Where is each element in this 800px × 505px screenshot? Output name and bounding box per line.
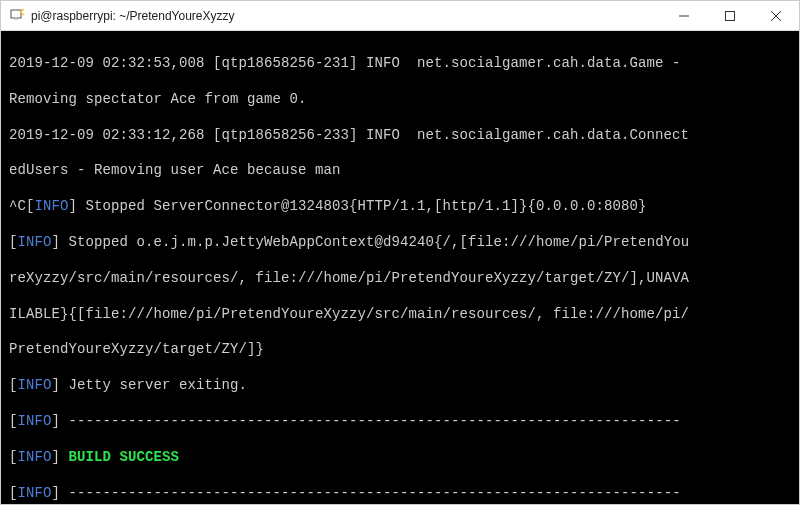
log-line: [INFO] Jetty server exiting. — [9, 377, 791, 395]
window-title: pi@raspberrypi: ~/PretendYoureXyzzy — [31, 9, 661, 23]
log-line: edUsers - Removing user Ace because man — [9, 162, 791, 180]
log-line: PretendYoureXyzzy/target/ZY/]} — [9, 341, 791, 359]
maximize-button[interactable] — [707, 1, 753, 30]
window-controls — [661, 1, 799, 30]
window-titlebar: pi@raspberrypi: ~/PretendYoureXyzzy — [1, 1, 799, 31]
svg-rect-5 — [726, 11, 735, 20]
terminal-area[interactable]: 2019-12-09 02:32:53,008 [qtp18658256-231… — [1, 31, 799, 504]
log-line: Removing spectator Ace from game 0. — [9, 91, 791, 109]
log-line: ^C[INFO] Stopped ServerConnector@1324803… — [9, 198, 791, 216]
minimize-button[interactable] — [661, 1, 707, 30]
close-button[interactable] — [753, 1, 799, 30]
log-line: 2019-12-09 02:33:12,268 [qtp18658256-233… — [9, 127, 791, 145]
log-line: reXyzzy/src/main/resources/, file:///hom… — [9, 270, 791, 288]
log-line: ILABLE}{[file:///home/pi/PretendYoureXyz… — [9, 306, 791, 324]
log-line: [INFO] BUILD SUCCESS — [9, 449, 791, 467]
log-line: [INFO] ---------------------------------… — [9, 413, 791, 431]
putty-icon — [9, 8, 25, 24]
log-line: [INFO] Stopped o.e.j.m.p.JettyWebAppCont… — [9, 234, 791, 252]
svg-rect-0 — [11, 10, 21, 18]
log-line: 2019-12-09 02:32:53,008 [qtp18658256-231… — [9, 55, 791, 73]
svg-rect-1 — [14, 18, 18, 20]
log-line: [INFO] ---------------------------------… — [9, 485, 791, 503]
